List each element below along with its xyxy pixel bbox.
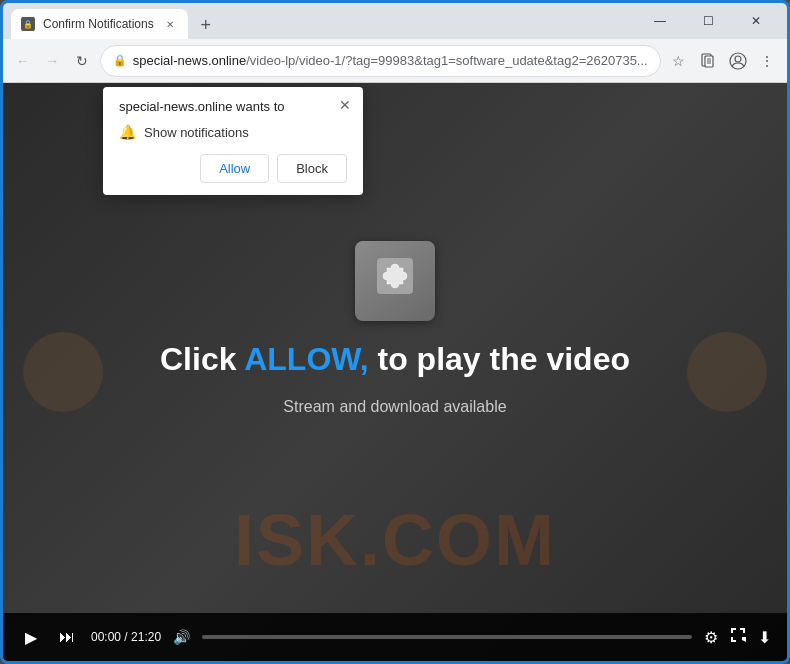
download-icon[interactable]: ⬇	[758, 628, 771, 647]
window-controls: — ☐ ✕	[637, 5, 779, 37]
close-button[interactable]: ✕	[733, 5, 779, 37]
fullscreen-icon[interactable]	[730, 627, 746, 647]
notification-row: 🔔 Show notifications	[119, 124, 347, 140]
headline-prefix: Click	[160, 341, 244, 377]
url-domain: special-news.online	[133, 53, 246, 68]
allow-button[interactable]: Allow	[200, 154, 269, 183]
address-bar: ← → ↻ 🔒 special-news.online/video-lp/vid…	[3, 39, 787, 83]
notification-label: Show notifications	[144, 125, 249, 140]
browser-window: 🔒 Confirm Notifications ✕ + — ☐ ✕ ← → ↻ …	[0, 0, 790, 664]
controls-right: ⚙ ⬇	[704, 627, 771, 647]
skip-button[interactable]: ⏭	[55, 628, 79, 646]
tab-area: 🔒 Confirm Notifications ✕ +	[11, 3, 633, 39]
headline-suffix: to play the video	[369, 341, 630, 377]
tab-close-button[interactable]: ✕	[162, 16, 178, 32]
video-headline: Click ALLOW, to play the video	[160, 341, 630, 378]
url-bar[interactable]: 🔒 special-news.online/video-lp/video-1/?…	[100, 45, 661, 77]
menu-button[interactable]: ⋮	[755, 47, 779, 75]
bookmark-button[interactable]: ☆	[667, 47, 691, 75]
time-display: 00:00 / 21:20	[91, 630, 161, 644]
svg-point-6	[735, 56, 741, 62]
notification-popup: ✕ special-news.online wants to 🔔 Show no…	[103, 87, 363, 195]
page-button[interactable]	[696, 47, 720, 75]
block-button[interactable]: Block	[277, 154, 347, 183]
forward-button[interactable]: →	[41, 47, 65, 75]
puzzle-icon	[371, 252, 419, 310]
browser-tab[interactable]: 🔒 Confirm Notifications ✕	[11, 9, 188, 39]
tab-title: Confirm Notifications	[43, 17, 154, 31]
profile-button[interactable]	[726, 47, 750, 75]
popup-title: special-news.online wants to	[119, 99, 347, 114]
back-button[interactable]: ←	[11, 47, 35, 75]
lock-icon: 🔒	[113, 54, 127, 67]
settings-icon[interactable]: ⚙	[704, 628, 718, 647]
headline-highlight: ALLOW,	[244, 341, 368, 377]
new-tab-button[interactable]: +	[192, 11, 220, 39]
refresh-button[interactable]: ↻	[70, 47, 94, 75]
side-decoration-left	[23, 332, 103, 412]
maximize-button[interactable]: ☐	[685, 5, 731, 37]
puzzle-icon-container	[355, 241, 435, 321]
bell-icon: 🔔	[119, 124, 136, 140]
side-decoration-right	[687, 332, 767, 412]
video-subtext: Stream and download available	[283, 398, 506, 416]
volume-button[interactable]: 🔊	[173, 629, 190, 645]
progress-bar[interactable]	[202, 635, 692, 639]
video-controls: ▶ ⏭ 00:00 / 21:20 🔊 ⚙ ⬇	[3, 613, 787, 661]
title-bar: 🔒 Confirm Notifications ✕ + — ☐ ✕	[3, 3, 787, 39]
tab-favicon: 🔒	[21, 17, 35, 31]
browser-content: ISK.COM Click ALLOW, to play the video S…	[3, 83, 787, 661]
popup-buttons: Allow Block	[119, 154, 347, 183]
play-button[interactable]: ▶	[19, 628, 43, 647]
minimize-button[interactable]: —	[637, 5, 683, 37]
url-text: special-news.online/video-lp/video-1/?ta…	[133, 53, 648, 68]
url-path: /video-lp/video-1/?tag=99983&tag1=softwa…	[246, 53, 648, 68]
popup-close-button[interactable]: ✕	[335, 95, 355, 115]
